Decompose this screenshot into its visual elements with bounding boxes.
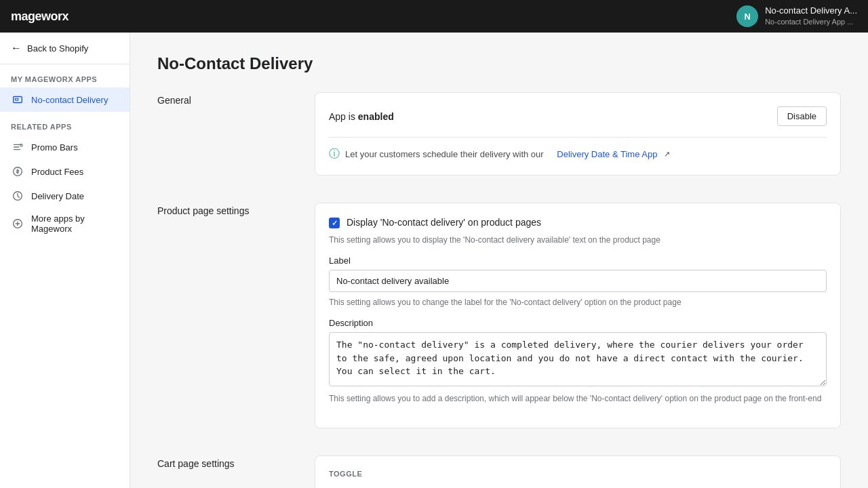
product-fees-icon [11,165,24,178]
description-helper: This setting allows you to add a descrip… [329,392,827,405]
label-field-label: Label [329,256,827,266]
info-text: Let your customers schedule their delive… [345,149,544,159]
more-apps-icon [11,217,24,230]
topnav-right: N No-contact Delivery A... No-contact De… [736,5,857,27]
app-status-row: App is enabled Disable [329,106,827,126]
checkbox-helper: This setting allows you to display the '… [329,234,827,246]
sidebar-item-delivery-date[interactable]: Delivery Date [0,184,130,208]
logo: mageworx [11,9,68,24]
app-sub: No-contact Delivery App ... [765,17,857,26]
product-page-section-label: Product page settings [157,203,293,428]
display-checkbox-row: Display 'No-contact delivery' on product… [329,217,827,228]
app-name: No-contact Delivery A... [765,5,857,17]
related-apps-section-label: RELATED APPS [0,112,130,135]
label-input[interactable] [329,270,827,292]
display-checkbox[interactable] [329,218,340,228]
product-fees-label: Product Fees [31,167,83,177]
my-apps-section-label: MY MAGEWORX APPS [0,64,130,87]
svg-rect-0 [14,97,22,103]
cart-page-card: TOGGLE Label This setting allows you to … [315,455,841,488]
main-content: No-Contact Delivery General App is enabl… [130,33,868,488]
general-section-content: App is enabled Disable ⓘ Let your custom… [315,92,841,176]
display-checkbox-label: Display 'No-contact delivery' on product… [347,217,541,228]
general-section: General App is enabled Disable ⓘ Let you… [157,92,841,176]
general-section-label: General [157,92,293,176]
delivery-date-label: Delivery Date [31,191,84,201]
sidebar-item-no-contact-delivery[interactable]: No-contact Delivery [0,87,130,112]
info-icon: ⓘ [329,147,340,161]
no-contact-delivery-icon [11,93,24,106]
back-to-shopify-button[interactable]: ← Back to Shopify [0,33,130,64]
cart-page-section-content: TOGGLE Label This setting allows you to … [315,455,841,488]
delivery-date-icon [11,189,24,203]
sidebar-item-product-fees[interactable]: Product Fees [0,159,130,184]
layout: ← Back to Shopify MY MAGEWORX APPS No-co… [0,33,868,488]
description-textarea[interactable] [329,332,827,386]
page-title: No-Contact Delivery [157,54,841,73]
disable-button[interactable]: Disable [777,106,827,126]
promo-bars-icon [11,140,24,154]
avatar: N [736,5,758,27]
info-row: ⓘ Let your customers schedule their deli… [329,137,827,161]
sidebar-item-more-apps[interactable]: More apps by Mageworx [0,208,130,239]
external-link-icon: ↗ [664,150,670,159]
sidebar: ← Back to Shopify MY MAGEWORX APPS No-co… [0,33,130,488]
back-to-shopify-label: Back to Shopify [27,43,88,54]
app-status-text: App is enabled [329,111,394,122]
product-page-settings-section: Product page settings Display 'No-contac… [157,203,841,428]
cart-page-settings-section: Cart page settings TOGGLE Label This set… [157,455,841,488]
description-field-label: Description [329,318,827,328]
top-navigation: mageworx N No-contact Delivery A... No-c… [0,0,868,33]
sidebar-item-promo-bars[interactable]: Promo Bars [0,135,130,159]
svg-rect-1 [15,98,18,100]
promo-bars-label: Promo Bars [31,142,78,152]
product-page-section-content: Display 'No-contact delivery' on product… [315,203,841,428]
back-arrow-icon: ← [11,42,22,54]
product-page-card: Display 'No-contact delivery' on product… [315,203,841,428]
cart-page-section-label: Cart page settings [157,455,293,488]
delivery-date-app-link[interactable]: Delivery Date & Time App [557,149,657,159]
sidebar-active-label: No-contact Delivery [31,95,108,105]
more-apps-label: More apps by Mageworx [31,214,119,234]
general-card: App is enabled Disable ⓘ Let your custom… [315,92,841,176]
app-info: No-contact Delivery A... No-contact Deli… [765,5,857,26]
label-helper: This setting allows you to change the la… [329,296,827,308]
toggle-section-label: TOGGLE [329,470,827,478]
